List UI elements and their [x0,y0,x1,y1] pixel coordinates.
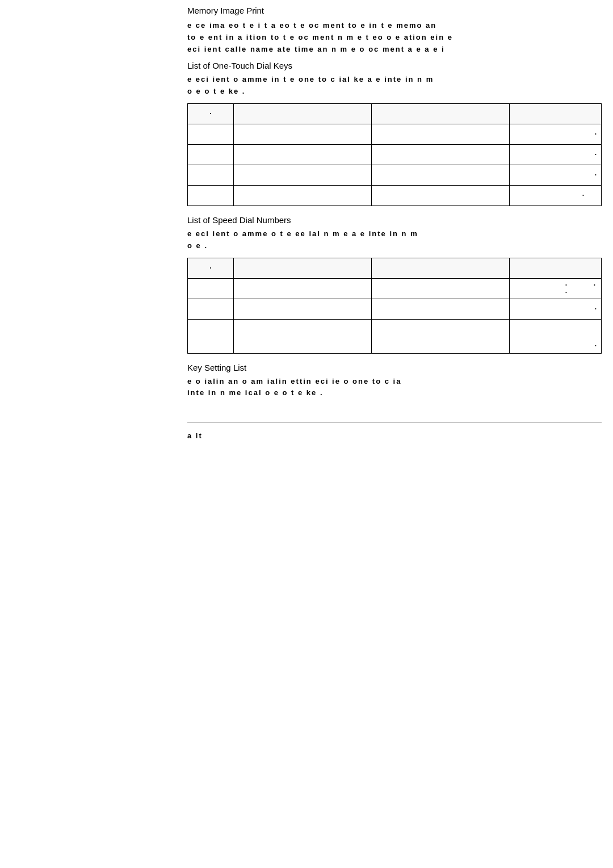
table-cell [188,319,234,353]
speed-dial-desc-line1: e eci ient o amme o t e ee ial n m e a e… [187,228,602,240]
table-cell [188,299,234,319]
table-row: · · · [188,278,602,299]
memory-desc-line3: eci ient calle name ate time an n m e o … [187,44,602,56]
speed-dial-table: · · · · · · [187,258,602,354]
table-row: · [188,103,602,124]
table-cell [372,124,510,144]
table-cell [234,144,372,165]
footer-divider [187,422,602,427]
table-cell [372,144,510,165]
table-cell [372,185,510,206]
table-cell: · [188,258,234,278]
table-cell [372,319,510,353]
table-cell [188,165,234,185]
table-row: · [188,299,602,319]
table-cell [372,258,510,278]
one-touch-desc-line1: e eci ient o amme in t e one to c ial ke… [187,74,602,86]
table-cell [372,165,510,185]
table-cell [510,258,602,278]
table-cell [234,319,372,353]
table-cell [234,165,372,185]
one-touch-table: · · · · · [187,103,602,206]
table-row: · [188,124,602,144]
table-row: · [188,258,602,278]
one-touch-title: List of One-Touch Dial Keys [0,61,613,70]
table-cell [188,124,234,144]
speed-dial-title: List of Speed Dial Numbers [0,215,613,225]
table-cell: · [510,319,602,353]
table-cell [510,103,602,124]
table-cell: · [510,124,602,144]
one-touch-desc-line2: o e o t e ke . [187,86,602,98]
table-cell: · · · [510,278,602,299]
table-cell [188,185,234,206]
table-cell [234,103,372,124]
table-row: · [188,165,602,185]
table-row: · [188,319,602,353]
key-setting-desc-line1: e o ialin an o am ialin ettin eci ie o o… [187,376,602,388]
table-row: · [188,144,602,165]
table-cell [234,299,372,319]
table-cell [234,185,372,206]
table-cell [372,103,510,124]
table-cell [188,278,234,299]
table-cell [372,278,510,299]
table-cell [234,278,372,299]
memory-image-description: e ce ima eo t e i t a eo t e oc ment to … [0,20,613,55]
table-cell: · [510,144,602,165]
speed-dial-description: e eci ient o amme o t e ee ial n m e a e… [0,228,613,252]
table-cell [188,144,234,165]
key-setting-title: Key Setting List [0,363,613,372]
key-setting-description: e o ialin an o am ialin ettin eci ie o o… [0,376,613,400]
table-cell: · [510,165,602,185]
memory-desc-line1: e ce ima eo t e i t a eo t e oc ment to … [187,20,602,32]
table-row: · [188,185,602,206]
speed-dial-desc-line2: o e . [187,240,602,252]
main-title: Memory Image Print [0,6,613,15]
key-setting-desc-line2: inte in n me ical o e o t e ke . [187,387,602,399]
table-cell: · [188,103,234,124]
memory-desc-line2: to e ent in a ition to t e oc ment n m e… [187,32,602,44]
table-cell [372,299,510,319]
one-touch-description: e eci ient o amme in t e one to c ial ke… [0,74,613,98]
page-container: Memory Image Print e ce ima eo t e i t a… [0,0,613,868]
table-cell [234,124,372,144]
table-cell: · [510,185,602,206]
footer-label: a it [0,431,613,440]
table-cell: · [510,299,602,319]
table-cell [234,258,372,278]
